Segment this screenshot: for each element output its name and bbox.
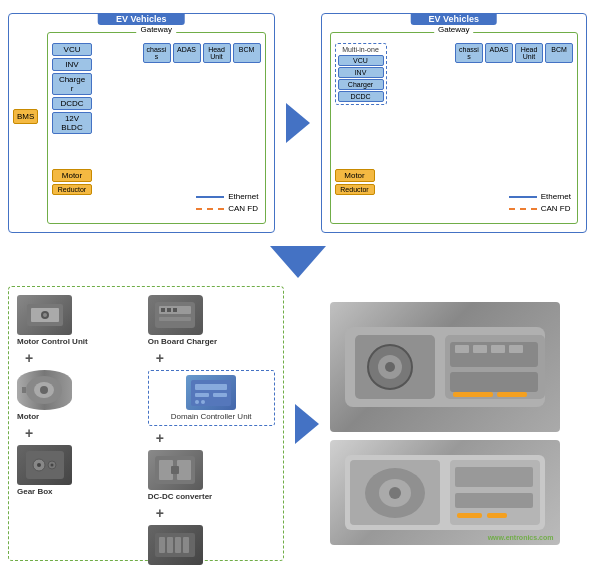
r-ethernet-label: Ethernet	[541, 192, 571, 201]
domain-ctrl-label: Domain Controller Unit	[171, 412, 252, 421]
bcm-block: BCM	[233, 43, 261, 63]
dcdc-block: DCDC	[52, 97, 92, 110]
svg-point-10	[37, 463, 41, 467]
r-vcu: VCU	[338, 55, 384, 66]
svg-rect-28	[171, 466, 179, 474]
gearbox-icon	[17, 445, 72, 485]
component-grid: Motor Control Unit +	[8, 286, 284, 561]
pdu-icon	[148, 525, 203, 565]
12vbldc-block: 12VBLDC	[52, 112, 92, 134]
top-row: EV Vehicles BMS Gateway chassis ADAS Hea…	[8, 8, 587, 238]
svg-rect-33	[183, 537, 189, 553]
chassi-block: chassis	[143, 43, 171, 63]
svg-rect-54	[455, 467, 533, 487]
svg-rect-57	[487, 513, 507, 518]
reductor-block-left: Reductor	[52, 184, 92, 195]
charger-block: Charger	[52, 73, 92, 95]
svg-rect-20	[195, 384, 227, 390]
svg-rect-15	[159, 317, 191, 321]
plus3: +	[156, 350, 275, 366]
motor-block-left: Motor	[52, 169, 92, 182]
plus2: +	[25, 425, 144, 441]
svg-rect-55	[455, 493, 533, 508]
mcu-icon	[17, 295, 72, 335]
canfd-line	[196, 208, 224, 210]
svg-point-3	[43, 313, 47, 317]
r-motor-block: Motor	[335, 169, 375, 182]
svg-rect-42	[455, 345, 469, 353]
left-gateway-label: Gateway	[136, 25, 176, 34]
r-canfd-label: CAN FD	[541, 204, 571, 213]
adas-block: ADAS	[173, 43, 201, 63]
arrow-right-top	[283, 103, 313, 143]
ethernet-label: Ethernet	[228, 192, 258, 201]
ethernet-legend: Ethernet	[196, 192, 258, 201]
dcdc-label: DC-DC converter	[148, 492, 212, 501]
svg-rect-18	[173, 308, 177, 312]
arrow-right-shape	[286, 103, 310, 143]
svg-rect-26	[159, 460, 173, 480]
charger-item: On Board Charger	[148, 295, 275, 346]
product-images: www.entronics.com	[330, 286, 588, 561]
dcdc-icon	[148, 450, 203, 490]
svg-rect-45	[509, 345, 523, 353]
vcu-block: VCU	[52, 43, 92, 56]
right-diagram: EV Vehicles Gateway chassis ADAS HeadUni…	[321, 13, 588, 233]
r-chassi-block: chassis	[455, 43, 483, 63]
main-container: EV Vehicles BMS Gateway chassis ADAS Hea…	[0, 0, 595, 569]
left-legend: Ethernet CAN FD	[196, 192, 258, 213]
svg-rect-44	[491, 345, 505, 353]
svg-rect-46	[453, 392, 493, 397]
arrow-right-bottom-shape	[295, 404, 319, 444]
headunit-block: HeadUnit	[203, 43, 231, 63]
r-ethernet-legend: Ethernet	[509, 192, 571, 201]
r-reductor-block: Reductor	[335, 184, 375, 195]
svg-rect-27	[177, 460, 191, 480]
r-inv: INV	[338, 67, 384, 78]
svg-rect-21	[195, 393, 209, 397]
svg-point-12	[50, 464, 53, 467]
ev-product-top	[330, 302, 560, 432]
mcu-label: Motor Control Unit	[17, 337, 88, 346]
gearbox-label: Gear Box	[17, 487, 53, 496]
r-headunit-block: HeadUnit	[515, 43, 543, 63]
ethernet-line	[196, 196, 224, 198]
plus4: +	[156, 430, 275, 446]
canfd-label: CAN FD	[228, 204, 258, 213]
plus5: +	[156, 505, 275, 521]
r-bcm-block: BCM	[545, 43, 573, 63]
ev-product-bottom: www.entronics.com	[330, 440, 560, 545]
svg-point-53	[389, 487, 401, 499]
motor-icon	[17, 370, 72, 410]
arrow-down-shape	[270, 246, 326, 278]
svg-rect-16	[161, 308, 165, 312]
svg-rect-31	[167, 537, 173, 553]
right-legend: Ethernet CAN FD	[509, 192, 571, 213]
svg-rect-47	[497, 392, 527, 397]
r-charger: Charger	[338, 79, 384, 90]
right-gateway-label: Gateway	[434, 25, 474, 34]
right-gateway: Gateway chassis ADAS HeadUnit BCM Multi-…	[330, 32, 579, 224]
svg-rect-17	[167, 308, 171, 312]
multi-in-one-box: Multi-in-one VCU INV Charger DCDC	[335, 43, 387, 105]
svg-point-39	[385, 362, 395, 372]
r-ethernet-line	[509, 196, 537, 198]
svg-point-24	[201, 400, 205, 404]
r-canfd-line	[509, 208, 537, 210]
arrow-down	[8, 244, 587, 280]
motor-item: Motor	[17, 370, 144, 421]
canfd-legend: CAN FD	[196, 204, 258, 213]
arrow-right-bottom	[292, 286, 322, 561]
right-diagram-title: EV Vehicles	[410, 13, 497, 25]
svg-rect-56	[457, 513, 482, 518]
left-diagram: EV Vehicles BMS Gateway chassis ADAS Hea…	[8, 13, 275, 233]
svg-rect-22	[213, 393, 227, 397]
watermark: www.entronics.com	[488, 534, 554, 541]
svg-rect-43	[473, 345, 487, 353]
charger-label: On Board Charger	[148, 337, 217, 346]
svg-rect-32	[175, 537, 181, 553]
motor-label: Motor	[17, 412, 39, 421]
bottom-section: Motor Control Unit +	[8, 286, 587, 561]
dcdc-item: DC-DC converter	[148, 450, 275, 501]
pdu-item: Power Distribution Unit	[148, 525, 275, 569]
